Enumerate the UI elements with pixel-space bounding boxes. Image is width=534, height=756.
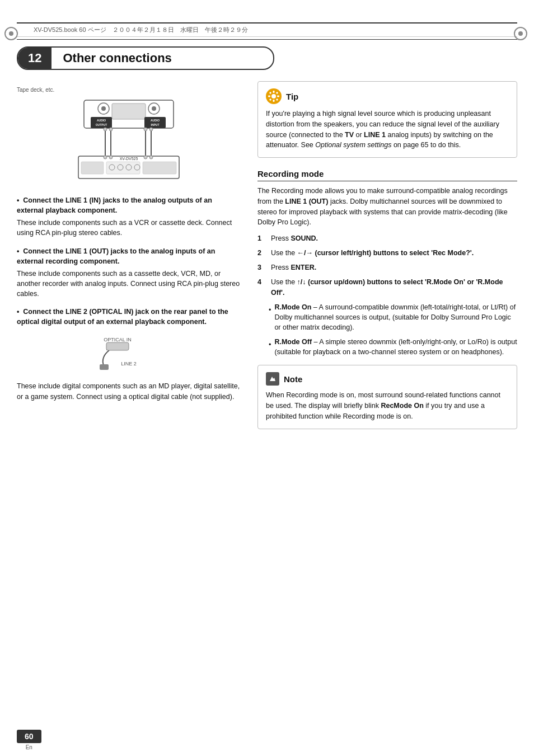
svg-point-12	[104, 128, 107, 131]
svg-rect-5	[112, 104, 146, 119]
chapter-title: Other connections	[51, 48, 182, 69]
svg-text:AUDIO: AUDIO	[151, 119, 160, 122]
note-title: Note	[284, 374, 302, 384]
rmode-off-dot: •	[269, 340, 271, 350]
tip-icon	[266, 88, 282, 104]
svg-rect-45	[273, 100, 275, 102]
left-column: Tape deck, etc. AUDIO OUTPUT	[17, 81, 241, 429]
main-content: Tape deck, etc. AUDIO OUTPUT	[17, 81, 517, 429]
svg-rect-47	[277, 96, 279, 97]
tape-deck-label: Tape deck, etc.	[17, 87, 241, 93]
tip-title: Tip	[286, 92, 298, 101]
optical-diagram-area: OPTICAL IN LINE 2	[17, 335, 241, 375]
step-1: 1 Press SOUND.	[257, 233, 517, 243]
step-2: 2 Use the ←/→ (cursor left/right) button…	[257, 248, 517, 258]
step-4: 4 Use the ↑/↓ (cursor up/down) buttons t…	[257, 277, 517, 297]
tape-deck-svg: AUDIO OUTPUT AUDIO INPUT	[50, 95, 207, 184]
page-footer: 60 En	[17, 730, 41, 750]
rmode-on-item: • R.Mode On – A surround-compatible down…	[269, 302, 517, 332]
chapter-header: 12 Other connections	[17, 46, 274, 70]
svg-rect-44	[273, 91, 275, 93]
svg-point-33	[104, 156, 107, 159]
bullet-section-1: • Connect the LINE 1 (IN) jacks to the a…	[17, 195, 241, 238]
svg-text:INPUT: INPUT	[151, 123, 160, 126]
bullet-2-body: These include components such as a casse…	[17, 269, 241, 299]
step-2-num: 2	[257, 248, 268, 258]
svg-rect-40	[100, 364, 109, 370]
step-3: 3 Press ENTER.	[257, 262, 517, 273]
svg-point-36	[149, 156, 153, 159]
rmode-off-text: R.Mode Off – A simple stereo downmix (le…	[274, 337, 517, 357]
step-4-text: Use the ↑/↓ (cursor up/down) buttons to …	[271, 277, 517, 297]
rmode-on-text: R.Mode On – A surround-compatible downmi…	[274, 302, 517, 332]
step-2-text: Use the ←/→ (cursor left/right) buttons …	[271, 248, 517, 258]
tip-body: If you're playing a high signal level so…	[266, 109, 509, 151]
page-number: 60	[17, 730, 41, 743]
svg-rect-26	[81, 162, 104, 174]
rmode-on-dot: •	[269, 305, 271, 315]
right-column: Tip If you're playing a high signal leve…	[257, 81, 517, 429]
bullet-3-heading: • Connect the LINE 2 (OPTICAL IN) jack o…	[17, 308, 228, 326]
svg-text:OPTICAL IN: OPTICAL IN	[104, 337, 132, 342]
page-lang: En	[26, 744, 32, 750]
svg-rect-46	[268, 96, 270, 97]
svg-text:LINE 2: LINE 2	[121, 361, 137, 367]
svg-text:AUDIO: AUDIO	[97, 119, 106, 122]
bullet-section-3: • Connect the LINE 2 (OPTICAL IN) jack o…	[17, 307, 241, 327]
tape-deck-diagram-area: Tape deck, etc. AUDIO OUTPUT	[17, 87, 241, 184]
top-rule	[17, 39, 517, 40]
svg-point-13	[109, 128, 113, 131]
recording-mode-intro: The Recording mode allows you to make su…	[257, 186, 517, 228]
step-1-text: Press SOUND.	[271, 233, 517, 243]
bullet-section-2: • Connect the LINE 1 (OUT) jacks to the …	[17, 246, 241, 299]
note-box: Note When Recording mode is on, most sur…	[257, 365, 517, 429]
svg-point-34	[109, 156, 113, 159]
svg-rect-32	[143, 162, 176, 174]
step-3-text: Press ENTER.	[271, 262, 517, 273]
tip-header: Tip	[266, 88, 509, 104]
rmode-off-item: • R.Mode Off – A simple stereo downmix (…	[269, 337, 517, 357]
svg-point-43	[271, 94, 276, 98]
step-1-num: 1	[257, 233, 268, 243]
chapter-number: 12	[18, 48, 51, 69]
note-icon	[266, 372, 279, 386]
step-4-num: 4	[257, 277, 268, 297]
page-wrapper: XV-DV525.book 60 ページ ２００４年２月１８日 水曜日 午後２時…	[0, 22, 534, 756]
svg-point-14	[144, 128, 147, 131]
svg-point-4	[152, 106, 156, 111]
bullet-1-body: These include components such as a VCR o…	[17, 218, 241, 238]
meta-bar: XV-DV525.book 60 ページ ２００４年２月１８日 水曜日 午後２時…	[17, 22, 517, 37]
tip-box: Tip If you're playing a high signal leve…	[257, 81, 517, 158]
note-body: When Recording mode is on, most surround…	[266, 390, 509, 421]
bullet-3-body: These include digital components such as…	[17, 381, 241, 401]
svg-text:XV-DV525: XV-DV525	[120, 157, 138, 161]
svg-rect-41	[106, 342, 129, 350]
svg-point-2	[101, 106, 106, 111]
svg-text:OUTPUT: OUTPUT	[96, 123, 107, 126]
note-pencil-svg	[267, 373, 278, 384]
svg-point-15	[149, 128, 153, 131]
svg-point-35	[144, 156, 147, 159]
bullet-section-3-body: These include digital components such as…	[17, 381, 241, 401]
bullet-2-heading: • Connect the LINE 1 (OUT) jacks to the …	[17, 247, 215, 265]
tip-gear-svg	[268, 90, 280, 102]
note-header: Note	[266, 372, 509, 386]
corner-tr	[514, 27, 530, 43]
bullet-1-heading: • Connect the LINE 1 (IN) jacks to the a…	[17, 196, 212, 214]
optical-svg: OPTICAL IN LINE 2	[73, 335, 185, 374]
corner-tl	[4, 27, 20, 43]
book-info: XV-DV525.book 60 ページ ２００４年２月１８日 水曜日 午後２時…	[34, 26, 248, 34]
recording-mode-title: Recording mode	[257, 169, 517, 181]
step-3-num: 3	[257, 262, 268, 273]
